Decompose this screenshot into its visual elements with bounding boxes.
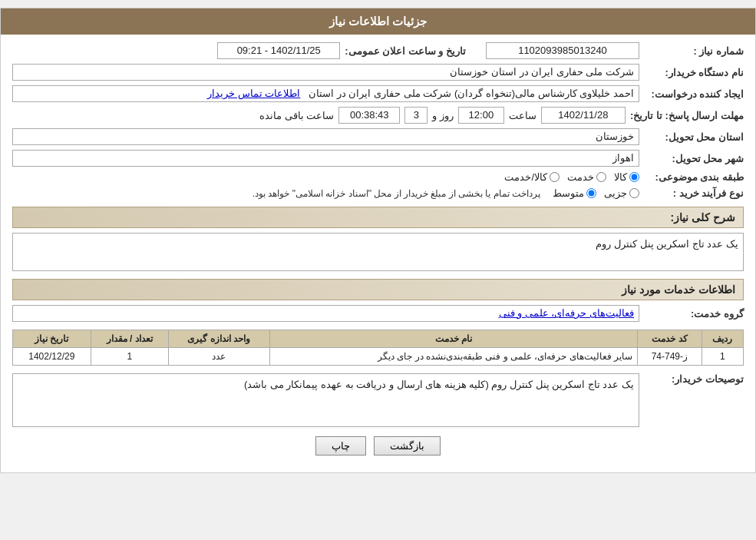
- response-time-value: 12:00: [458, 107, 504, 124]
- service-group-value: فعالیت‌های حرفه‌ای، علمی و فنی: [12, 305, 639, 322]
- service-group-link[interactable]: فعالیت‌های حرفه‌ای، علمی و فنی: [499, 307, 634, 319]
- need-number-row: شماره نیاز : 1102093985013240 تاریخ و سا…: [12, 42, 744, 59]
- purchase-type-label: نوع فرآیند خرید :: [644, 187, 744, 199]
- action-buttons: بازگشت چاپ: [12, 436, 744, 456]
- purchase-type-motavaset[interactable]: متوسط: [553, 187, 596, 199]
- cell-quantity: 1: [91, 348, 168, 366]
- cell-unit: عدد: [169, 348, 270, 366]
- delivery-city-row: شهر محل تحویل: اهواز: [12, 150, 744, 167]
- creator-link[interactable]: اطلاعات تماس خریدار: [207, 88, 300, 99]
- print-button[interactable]: چاپ: [315, 436, 366, 456]
- need-description-row: یک عدد تاج اسکرین پنل کنترل روم: [12, 233, 744, 271]
- cell-row-num: 1: [702, 348, 743, 366]
- col-header-service-name: نام خدمت: [269, 330, 637, 348]
- creator-value: احمد خلیلاوی کارشناس مالی(تنخواه گردان) …: [12, 85, 639, 102]
- response-date-value: 1402/11/28: [541, 107, 626, 124]
- buyer-name-label: نام دستگاه خریدار:: [644, 67, 744, 78]
- service-group-row: گروه خدمت: فعالیت‌های حرفه‌ای، علمی و فن…: [12, 305, 744, 322]
- response-time-label: ساعت: [509, 110, 536, 121]
- col-header-unit: واحد اندازه گیری: [169, 330, 270, 348]
- main-content: شماره نیاز : 1102093985013240 تاریخ و سا…: [1, 35, 755, 472]
- need-description-value: یک عدد تاج اسکرین پنل کنترل روم: [12, 233, 744, 271]
- col-header-quantity: تعداد / مقدار: [91, 330, 168, 348]
- back-button[interactable]: بازگشت: [374, 436, 441, 456]
- service-info-section-header: اطلاعات خدمات مورد نیاز: [12, 279, 744, 300]
- category-radio-kala[interactable]: [629, 172, 639, 182]
- category-label: طبقه بندی موضوعی:: [644, 171, 744, 183]
- delivery-province-row: استان محل تحویل: خوزستان: [12, 128, 744, 145]
- creator-row: ایجاد کننده درخواست: احمد خلیلاوی کارشنا…: [12, 85, 744, 102]
- category-option-both[interactable]: کالا/خدمت: [504, 171, 560, 183]
- announce-datetime-value: 1402/11/25 - 09:21: [217, 42, 340, 59]
- response-days-label: روز و: [432, 110, 454, 121]
- category-label-kala: کالا: [614, 171, 627, 183]
- buyer-name-row: نام دستگاه خریدار: شرکت ملی حفاری ایران …: [12, 64, 744, 81]
- services-table-section: ردیف کد خدمت نام خدمت واحد اندازه گیری ت…: [12, 330, 744, 366]
- need-number-value: 1102093985013240: [486, 42, 639, 59]
- delivery-province-label: استان محل تحویل:: [644, 131, 744, 143]
- need-number-label: شماره نیاز :: [644, 45, 744, 57]
- need-description-section-header: شرح کلی نیاز:: [12, 207, 744, 228]
- category-row: طبقه بندی موضوعی: کالا خدمت کالا/خدمت: [12, 171, 744, 183]
- need-description-label: شرح کلی نیاز:: [671, 211, 735, 224]
- col-header-row-num: ردیف: [702, 330, 743, 348]
- service-group-label: گروه خدمت:: [644, 308, 744, 320]
- purchase-type-row: نوع فرآیند خرید : جزیی متوسط پرداخت تمام…: [12, 187, 744, 199]
- category-radio-both[interactable]: [550, 172, 560, 182]
- buyer-desc-label: توصیحات خریدار:: [644, 373, 744, 385]
- table-header-row: ردیف کد خدمت نام خدمت واحد اندازه گیری ت…: [13, 330, 744, 348]
- response-deadline-label: مهلت ارسال پاسخ: تا تاریخ:: [630, 110, 744, 121]
- col-header-need-date: تاریخ نیاز: [13, 330, 91, 348]
- cell-service-name: سایر فعالیت‌های حرفه‌ای، علمی و فنی طبقه…: [269, 348, 637, 366]
- response-deadline-row: مهلت ارسال پاسخ: تا تاریخ: 1402/11/28 سا…: [12, 107, 744, 124]
- page-header: جزئیات اطلاعات نیاز: [1, 8, 755, 35]
- col-header-service-code: کد خدمت: [637, 330, 702, 348]
- category-label-service: خدمت: [567, 171, 594, 183]
- creator-label: ایجاد کننده درخواست:: [644, 88, 744, 100]
- remaining-time-value: 00:38:43: [338, 107, 400, 124]
- purchase-note: پرداخت تمام یا بخشی از مبلغ خریدار از مح…: [253, 188, 540, 199]
- services-table: ردیف کد خدمت نام خدمت واحد اندازه گیری ت…: [12, 330, 744, 366]
- purchase-type-jozi[interactable]: جزیی: [604, 187, 639, 199]
- cell-service-code: ز-749-74: [637, 348, 702, 366]
- category-radio-service[interactable]: [596, 172, 606, 182]
- page-title: جزئیات اطلاعات نیاز: [329, 15, 427, 28]
- table-row: 1 ز-749-74 سایر فعالیت‌های حرفه‌ای، علمی…: [13, 348, 744, 366]
- purchase-label-motavaset: متوسط: [553, 187, 584, 199]
- purchase-type-group: جزیی متوسط: [553, 187, 639, 199]
- page-wrapper: جزئیات اطلاعات نیاز شماره نیاز : 1102093…: [0, 8, 756, 473]
- creator-text: احمد خلیلاوی کارشناس مالی(تنخواه گردان) …: [309, 88, 634, 99]
- purchase-radio-jozi[interactable]: [629, 188, 639, 198]
- delivery-province-value: خوزستان: [12, 128, 639, 145]
- buyer-name-value: شرکت ملی حفاری ایران در استان خوزستان: [12, 64, 639, 81]
- category-label-both: کالا/خدمت: [504, 171, 547, 183]
- category-option-service[interactable]: خدمت: [567, 171, 606, 183]
- delivery-city-label: شهر محل تحویل:: [644, 153, 744, 164]
- service-info-label: اطلاعات خدمات مورد نیاز: [622, 283, 735, 296]
- remaining-label: ساعت باقی مانده: [259, 110, 334, 121]
- buyer-desc-row: توصیحات خریدار: یک عدد تاج اسکرین پنل کن…: [12, 373, 744, 427]
- response-days-value: 3: [404, 107, 428, 124]
- category-radio-group: کالا خدمت کالا/خدمت: [504, 171, 639, 183]
- purchase-label-jozi: جزیی: [604, 187, 627, 199]
- cell-need-date: 1402/12/29: [13, 348, 91, 366]
- purchase-radio-motavaset[interactable]: [586, 188, 596, 198]
- announce-datetime-label: تاریخ و ساعت اعلان عمومی:: [345, 45, 466, 57]
- buyer-desc-value: یک عدد تاج اسکرین پنل کنترل روم (کلیه هز…: [12, 373, 639, 427]
- delivery-city-value: اهواز: [12, 150, 639, 167]
- category-option-kala[interactable]: کالا: [614, 171, 639, 183]
